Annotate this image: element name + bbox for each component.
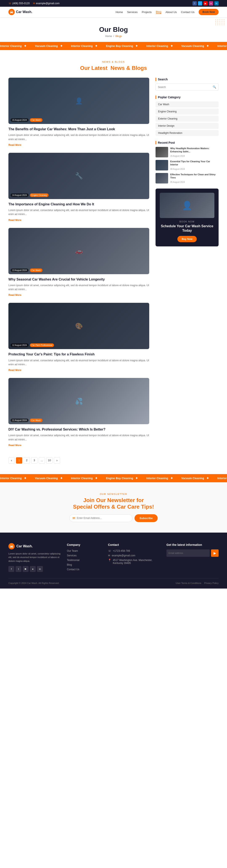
privacy-link[interactable]: Privacy Policy	[204, 582, 219, 584]
nav-services[interactable]: Services	[127, 10, 138, 14]
prev-page-button[interactable]: ‹	[8, 457, 15, 464]
blog-meta: 15 August 2024 Car Wash	[10, 118, 42, 122]
footer-link-services[interactable]: Services	[67, 554, 101, 557]
terms-link[interactable]: User Terms & Conditions	[176, 582, 201, 584]
category-headlight-restoration[interactable]: Headlight Restoration	[156, 130, 219, 136]
ticker-item: Engine Bay Cleaning ✦	[106, 476, 138, 480]
footer-car-icon	[10, 545, 13, 548]
ticker-item: Engine Bay Cleaning ✦	[106, 44, 138, 48]
footer-link-contact[interactable]: Contact Us	[67, 568, 101, 571]
breadcrumb: Home / Blogs	[4, 35, 223, 38]
recent-post-title[interactable]: Essential Tips for Cleaning Your Car Int…	[170, 160, 219, 166]
footer-email-input[interactable]	[166, 550, 210, 557]
blog-image: 💦	[8, 378, 149, 424]
blog-excerpt: Lorem ipsum dolor sit amet, consectetur …	[8, 359, 149, 367]
category-exterior-cleaning[interactable]: Exterior Cleaning	[156, 116, 219, 122]
nav-contact[interactable]: Contact Us	[181, 10, 194, 14]
footer-subscribe-button[interactable]: ▶	[211, 550, 219, 557]
blog-image-wrap: 🚗 13 August 2024 Car Wash	[8, 228, 149, 274]
footer-link-testimonial[interactable]: Testimonial	[67, 559, 101, 562]
main-section: NEWS & BLOGS Our Latest News & Blogs 👤 1…	[0, 50, 227, 474]
instagram-icon[interactable]: ●	[209, 1, 213, 5]
twitter-icon[interactable]: t	[198, 1, 202, 5]
ticker-dot: ✦	[60, 44, 63, 48]
email-icon: ✉	[72, 516, 75, 520]
blog-title: Why Seasonal Car Washes Are Crucial for …	[8, 277, 149, 282]
category-interior-design[interactable]: Interior Design	[156, 123, 219, 129]
phone-icon: ☏	[8, 2, 11, 5]
footer-about-text: Lorem ipsum dolor sit amet, consectetur …	[8, 552, 61, 563]
blog-card: 🔧 14 August 2024 Engine Cleaning The Imp…	[8, 153, 149, 222]
page-2-button[interactable]: 2	[24, 457, 30, 464]
footer-phone-number: +1723-458-789	[113, 550, 130, 552]
footer-company-label: Company	[67, 543, 101, 547]
footer-youtube-icon[interactable]: ▶	[23, 566, 29, 572]
ticker-dot: ✦	[60, 476, 63, 480]
blog-image: 🔧	[8, 153, 149, 199]
blog-list: 👤 15 August 2024 Car Wash The Benefits o…	[8, 78, 149, 464]
sidebar: Search 🔍 Poplar Category Car Wash Engine…	[156, 78, 219, 464]
search-button[interactable]: 🔍	[210, 84, 218, 90]
blog-date: 13 August 2024	[10, 269, 29, 272]
blog-image: 🎨	[8, 303, 149, 349]
next-page-button[interactable]: ›	[54, 457, 60, 464]
footer-linkedin-icon[interactable]: in	[37, 566, 43, 572]
read-more-link[interactable]: Read More	[8, 444, 21, 447]
recent-post: Essential Tips for Cleaning Your Car Int…	[156, 160, 219, 170]
blog-card: 💦 11 August 2024 Car Wash DIY Car Washin…	[8, 378, 149, 447]
ticker-item: Interior Cleaning ✦	[146, 476, 173, 480]
ticker-item: Vacuum Cleaning ✦	[35, 44, 62, 48]
breadcrumb-home[interactable]: Home	[105, 35, 112, 38]
footer-company-links: Our Team Services Testimonial Blog Conta…	[67, 550, 101, 571]
blog-meta: 13 August 2024 Car Wash	[10, 269, 42, 272]
search-input[interactable]	[156, 84, 210, 90]
buy-now-button[interactable]: Buy Now	[177, 236, 197, 242]
footer-contact-address: 📍 4517 Washington Ave. Manchester, Kentu…	[108, 559, 160, 564]
read-more-link[interactable]: Read More	[8, 144, 21, 147]
newsletter-title: Join Our Newsletter for Special Offers &…	[8, 497, 219, 510]
nav-about[interactable]: About Us	[166, 10, 177, 14]
blog-image: 🚗	[8, 228, 149, 274]
footer-link-team[interactable]: Our Team	[67, 550, 101, 552]
ticker-inner-bottom: Interior Cleaning ✦ Vacuum Cleaning ✦ In…	[0, 476, 227, 480]
nav-projects[interactable]: Projects	[142, 10, 152, 14]
logo[interactable]: Car Wash.	[8, 9, 32, 15]
page-title: Our Blog	[4, 26, 223, 33]
recent-post-image	[156, 160, 168, 170]
recent-post-title[interactable]: Why Headlight Restoration Matters: Enhan…	[170, 147, 219, 153]
footer-email-address: example@gmail.com	[112, 554, 135, 557]
category-engine-cleaning[interactable]: Engine Cleaning	[156, 108, 219, 115]
facebook-icon[interactable]: f	[193, 1, 197, 5]
newsletter-email-input[interactable]	[77, 517, 129, 520]
blog-category: Car Paint Professional	[30, 343, 54, 347]
book-now-button[interactable]: Book Now	[199, 9, 219, 15]
read-more-link[interactable]: Read More	[8, 369, 21, 372]
footer-instagram-icon[interactable]: ●	[30, 566, 36, 572]
category-list: Car Wash Engine Cleaning Exterior Cleani…	[156, 101, 219, 136]
recent-post-title[interactable]: Effective Techniques for Clean and Shiny…	[170, 173, 219, 180]
footer-link-blog[interactable]: Blog	[67, 563, 101, 566]
footer-twitter-icon[interactable]: t	[15, 566, 22, 572]
page-1-button[interactable]: 1	[16, 457, 22, 464]
linkedin-icon[interactable]: in	[215, 1, 219, 5]
image-figure: 🚗	[8, 228, 149, 274]
blog-category: Car Wash	[30, 118, 42, 122]
book-widget-tag: BOOK NOW	[160, 220, 215, 223]
blog-meta: 14 August 2024 Engine Cleaning	[10, 193, 48, 197]
page-10-button[interactable]: 10	[46, 457, 53, 464]
subscribe-button[interactable]: Subscribe	[134, 514, 158, 522]
page-3-button[interactable]: 3	[31, 457, 37, 464]
youtube-icon[interactable]: ▶	[203, 1, 208, 5]
blog-title: DIY Car Washing vs. Professional Service…	[8, 427, 149, 432]
image-figure: 👤	[160, 193, 215, 218]
newsletter-title-start: Join Our Newsletter for	[83, 497, 144, 503]
footer-info-label: Get the latest information	[166, 543, 219, 547]
nav-home[interactable]: Home	[116, 10, 123, 14]
read-more-link[interactable]: Read More	[8, 219, 21, 222]
read-more-link[interactable]: Read More	[8, 293, 21, 297]
nav-blog[interactable]: Blog	[156, 10, 161, 14]
blog-excerpt: Lorem ipsum dolor sit amet, consectetur …	[8, 133, 149, 141]
category-car-wash[interactable]: Car Wash	[156, 101, 219, 107]
recent-post-info: Essential Tips for Cleaning Your Car Int…	[170, 160, 219, 170]
footer-facebook-icon[interactable]: f	[8, 566, 14, 572]
